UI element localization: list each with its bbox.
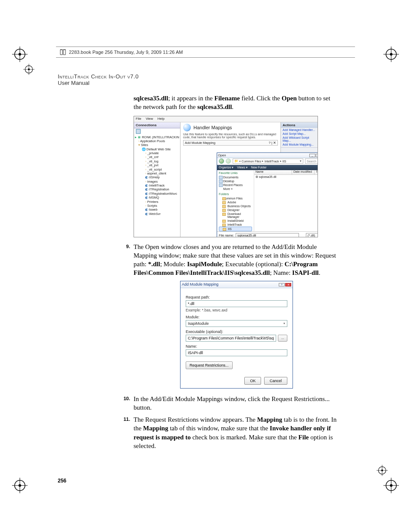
connections-header: Connections xyxy=(134,122,180,128)
module-select[interactable]: IsapiModule▾ xyxy=(186,320,287,327)
folder-item[interactable]: Common Files xyxy=(219,196,252,200)
new-folder-button[interactable]: New Folder xyxy=(251,166,267,169)
folder-item[interactable]: Download Manager xyxy=(219,212,252,219)
tree-item[interactable]: ◐ ITRegistrationWsvc xyxy=(135,192,179,196)
action-add-module-mapping[interactable]: Add Module Mapping... xyxy=(281,143,318,146)
views-menu[interactable]: Views ▾ xyxy=(237,166,248,169)
iis-manager-screenshot: File View Help Connections ▸ 🖥 RONK (INT… xyxy=(134,116,318,237)
file-list-header: Name Date modified Type xyxy=(254,170,318,175)
tree-item[interactable]: ◐ MSMQ xyxy=(135,196,179,199)
svg-point-11 xyxy=(19,484,21,487)
request-path-label: Request path: xyxy=(186,295,287,299)
tree-sites[interactable]: ▾ Sites xyxy=(135,143,179,147)
feature-description: Use this feature to specify the resource… xyxy=(181,133,280,139)
favorite-recent[interactable]: Recent Places xyxy=(219,183,252,187)
help-button[interactable]: ? xyxy=(279,283,285,286)
tree-server: ▸ 🖥 RONK (INTELLITRACKINC\ronk) xyxy=(135,135,179,139)
executable-label: Executable (optional): xyxy=(186,330,287,334)
folder-item[interactable]: IntelliTrack xyxy=(219,223,252,227)
favorite-links-header: Favorite Links xyxy=(219,171,252,174)
tree-item[interactable]: ▫ _vti_log xyxy=(135,159,179,163)
tree-item[interactable]: ▫ Scripts xyxy=(135,204,179,208)
favorite-documents[interactable]: Documents xyxy=(219,175,252,179)
name-label: Name: xyxy=(186,344,287,348)
page-tag-text: 2283.book Page 256 Thursday, July 9, 200… xyxy=(69,50,183,55)
menu-view[interactable]: View xyxy=(146,117,153,121)
browse-button[interactable]: ... xyxy=(278,335,287,342)
tree-item[interactable]: ◐ WebSvr xyxy=(135,212,179,216)
folder-item-selected[interactable]: IIS xyxy=(219,227,252,231)
registration-mark-icon xyxy=(23,64,34,75)
tree-item[interactable]: ▫ _vti_cnf xyxy=(135,155,179,159)
menu-help[interactable]: Help xyxy=(158,117,165,121)
action-add-script-map[interactable]: Add Script Map... xyxy=(281,132,318,136)
tree-item[interactable]: ◐ IntelliTrack xyxy=(135,184,179,187)
request-restrictions-button[interactable]: Request Restrictions... xyxy=(186,361,233,369)
search-input[interactable]: Search🔍 xyxy=(305,159,318,164)
maximize-button[interactable]: ▭ xyxy=(316,154,318,157)
name-input[interactable] xyxy=(186,349,287,356)
add-module-mapping-dialog: Add Module Mapping ?✕ Request path: Exam… xyxy=(180,281,293,389)
folder-item[interactable]: Designer xyxy=(219,208,252,212)
nav-forward-button[interactable] xyxy=(226,159,231,164)
add-module-mapping-header: Add Module Mapping? | ✕ xyxy=(183,140,278,146)
ok-button[interactable]: OK xyxy=(244,377,261,385)
step-10: 10. In the Add/Edit Module Mappings wind… xyxy=(122,395,339,412)
book-icon xyxy=(59,49,66,56)
registration-mark-icon xyxy=(12,47,28,62)
dialog-title: Open xyxy=(218,153,226,157)
svg-point-7 xyxy=(390,53,392,56)
registration-mark-icon xyxy=(383,478,399,493)
more-link[interactable]: More » xyxy=(219,187,252,191)
registration-mark-icon xyxy=(377,465,388,476)
registration-mark-icon xyxy=(12,478,28,493)
tree-item[interactable]: ◐ tsweb xyxy=(135,208,179,212)
menu-file[interactable]: File xyxy=(136,117,141,121)
folder-item[interactable]: Business Objects xyxy=(219,204,252,208)
executable-input[interactable] xyxy=(186,335,276,342)
nav-back-button[interactable] xyxy=(219,159,224,164)
tree-item[interactable]: ▫ images xyxy=(135,180,179,184)
tree-item[interactable]: ▫ _vti_script xyxy=(135,168,179,171)
close-button[interactable]: ✕ xyxy=(285,283,291,286)
filename-label: File name: xyxy=(219,233,234,237)
cancel-button[interactable]: Cancel xyxy=(264,377,287,385)
svg-point-15 xyxy=(390,484,392,487)
connections-tree: ▸ 🖥 RONK (INTELLITRACKINC\ronk) ▫ Applic… xyxy=(134,134,180,217)
file-row[interactable]: ⚙ sqlcesa35.dll xyxy=(254,175,318,179)
favorite-desktop[interactable]: Desktop xyxy=(219,179,252,183)
folder-item[interactable]: InstallShield xyxy=(219,219,252,223)
tree-item[interactable]: ▫ Printers xyxy=(135,200,179,204)
tree-app-pools[interactable]: ▫ Application Pools xyxy=(135,139,179,143)
intro-paragraph: sqlcesa35.dll; it appears in the Filenam… xyxy=(134,94,339,112)
module-label: Module: xyxy=(186,315,287,319)
page-tag-header: 2283.book Page 256 Thursday, July 9, 200… xyxy=(56,47,355,58)
file-filter-dropdown[interactable]: (*.dll)▾ xyxy=(306,233,318,237)
tree-item[interactable]: ▫ _private xyxy=(135,151,179,155)
menu-bar: File View Help xyxy=(134,116,318,122)
tree-item[interactable]: ▫ aspnet_client xyxy=(135,171,179,175)
registration-mark-icon xyxy=(383,47,399,62)
folders-header: Folders xyxy=(219,193,252,196)
page-number: 256 xyxy=(58,478,66,484)
actions-header: Actions xyxy=(281,122,318,128)
tree-item[interactable]: ▫ _vti_pvt xyxy=(135,163,179,167)
folder-item[interactable]: Adobe xyxy=(219,200,252,204)
feature-title: Handler Mappings xyxy=(181,122,280,133)
open-file-dialog: Open _▭✕ 📁 « Common Files▸ IntelliTrack▸… xyxy=(217,152,318,237)
tree-item[interactable]: ◐ IISHelp xyxy=(135,175,179,179)
organize-menu[interactable]: Organize ▾ xyxy=(219,166,234,169)
request-path-input[interactable] xyxy=(186,300,287,307)
action-add-managed-handler[interactable]: Add Managed Handler... xyxy=(281,128,318,132)
dialog-title: Add Module Mapping xyxy=(182,282,218,286)
breadcrumb-bar[interactable]: 📁 « Common Files▸ IntelliTrack▸ IIS ▾ xyxy=(233,159,303,164)
filename-input[interactable] xyxy=(236,233,299,237)
request-path-example: Example: *.bas, wsvc.axd xyxy=(186,308,287,312)
action-add-wildcard[interactable]: Add Wildcard Script Map... xyxy=(281,136,318,143)
tree-default-web-site[interactable]: 🌐 Default Web Site xyxy=(135,147,179,151)
tree-item[interactable]: ◐ ITRegistration xyxy=(135,187,179,191)
svg-rect-24 xyxy=(136,129,140,134)
handler-mappings-icon xyxy=(183,124,191,131)
minimize-button[interactable]: _ xyxy=(309,154,315,157)
running-header-title: IntelliTrack Check In-Out v7.0 xyxy=(58,73,339,80)
